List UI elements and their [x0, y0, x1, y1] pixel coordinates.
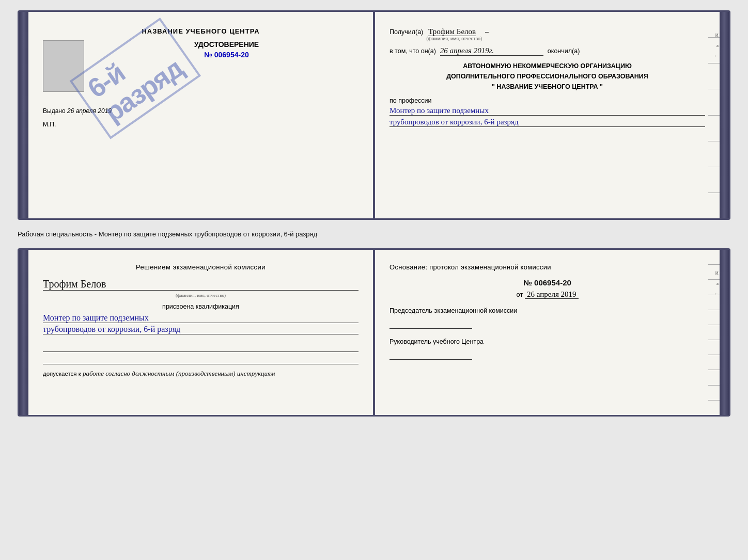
right-spine	[720, 12, 729, 218]
bottom-line-1	[43, 342, 359, 352]
cert1-right-page: Получил(а) Трофим Белов (фамилия, имя, о…	[375, 12, 720, 218]
completion-date: 26 апреля 2019г.	[440, 46, 543, 56]
cert2-osnov: Основание: протокол экзаменационной коми…	[389, 263, 705, 271]
cert1-number: № 006954-20	[95, 51, 359, 59]
right-vertical-labels: И а ←	[714, 33, 719, 58]
rvl-and: И	[714, 33, 719, 38]
cert2-left-page: Решением экзаменационной комиссии Трофим…	[28, 250, 375, 415]
okonchil-label: окончил(а)	[548, 47, 580, 55]
cert2-date-value: 26 апреля 2019	[525, 290, 579, 299]
cert1-center: УДОСТОВЕРЕНИЕ № 006954-20	[43, 40, 359, 92]
cert1-left-main: УДОСТОВЕРЕНИЕ № 006954-20	[95, 40, 359, 59]
issued-date: 26 апреля 2019	[67, 107, 112, 115]
cert2-date-line: от 26 апреля 2019	[389, 290, 705, 299]
bottom-text-content: Рабочая специальность - Монтер по защите…	[18, 230, 317, 238]
cert2-dopusk: допускается к работе согласно должностны…	[43, 370, 359, 378]
bottom-text: Рабочая специальность - Монтер по защите…	[18, 228, 730, 240]
cert2-rvl-and: И	[714, 270, 719, 276]
photo-placeholder	[43, 40, 84, 92]
cert2-present: присвоена квалификация	[43, 303, 359, 310]
vtom-line: в том, что он(а) 26 апреля 2019г. окончи…	[389, 46, 705, 56]
dopusk-text: работе согласно должностным (производств…	[83, 370, 275, 377]
certificate-1: НАЗВАНИЕ УЧЕБНОГО ЦЕНТРА 6-йразряд УДОСТ…	[18, 10, 730, 220]
cert1-left-page: НАЗВАНИЕ УЧЕБНОГО ЦЕНТРА 6-йразряд УДОСТ…	[28, 12, 375, 218]
issued-label: Выдано	[43, 107, 66, 115]
udost-label: УДОСТОВЕРЕНИЕ	[95, 40, 359, 49]
predsedatel-sign-line	[389, 318, 472, 329]
cert2-left-spine	[19, 250, 28, 415]
profession-line1: Монтер по защите подземных	[389, 106, 705, 116]
rukov-sign-line	[389, 349, 472, 360]
po-professii-label: по профессии	[389, 97, 705, 104]
rvl-arrow: ←	[714, 53, 719, 58]
cert2-name-subtext: (фамилия, имя, отчество)	[43, 293, 359, 298]
profession-line2: трубопроводов от коррозии, 6-й разряд	[389, 118, 705, 127]
cert2-name-area: Трофим Белов (фамилия, имя, отчество)	[43, 278, 359, 298]
cert2-name: Трофим Белов	[43, 278, 359, 291]
org-line3: " НАЗВАНИЕ УЧЕБНОГО ЦЕНТРА "	[389, 82, 705, 92]
cert1-school-title: НАЗВАНИЕ УЧЕБНОГО ЦЕНТРА	[43, 27, 359, 35]
org-section: АВТОНОМНУЮ НЕКОММЕРЧЕСКУЮ ОРГАНИЗАЦИЮ ДО…	[389, 61, 705, 92]
cert2-right-vertical-labels: И а ←	[714, 270, 719, 296]
cert1-right-content: Получил(а) Трофим Белов (фамилия, имя, о…	[389, 27, 705, 127]
cert2-header: Решением экзаменационной комиссии	[43, 263, 359, 271]
cert1-title-area: НАЗВАНИЕ УЧЕБНОГО ЦЕНТРА	[43, 27, 359, 35]
cert2-right-page: Основание: протокол экзаменационной коми…	[375, 250, 720, 415]
cert1-issued: Выдано 26 апреля 2019	[43, 107, 359, 115]
org-line1: АВТОНОМНУЮ НЕКОММЕРЧЕСКУЮ ОРГАНИЗАЦИЮ	[389, 61, 705, 71]
recipient-name: Трофим Белов	[428, 27, 476, 36]
bottom-line-2	[43, 354, 359, 364]
cert2-date-label: от	[516, 291, 523, 298]
cert2-right-spine	[720, 250, 729, 415]
rvl-a: а	[714, 43, 719, 48]
cert2-rukov-label: Руководитель учебного Центра	[389, 338, 705, 345]
cert2-rvl-a: а	[714, 281, 719, 286]
poluchil-label: Получил(а)	[389, 28, 423, 36]
cert2-bottom-lines	[43, 342, 359, 364]
cert2-predsedatel-label: Председатель экзаменационной комиссии	[389, 307, 705, 314]
cert2-qual-line2: трубопроводов от коррозии, 6-й разряд	[43, 325, 359, 334]
dash1: –	[485, 28, 489, 36]
cert2-qual-line1: Монтер по защите подземных	[43, 313, 359, 323]
cert2-qual-area: Монтер по защите подземных трубопроводов…	[43, 313, 359, 334]
left-spine	[19, 12, 28, 218]
cert2-number: № 006954-20	[389, 278, 705, 287]
vtom-label: в том, что он(а)	[389, 47, 436, 55]
cert1-mp: М.П.	[43, 121, 359, 128]
certificate-2: Решением экзаменационной комиссии Трофим…	[18, 248, 730, 417]
org-line2: ДОПОЛНИТЕЛЬНОГО ПРОФЕССИОНАЛЬНОГО ОБРАЗО…	[389, 71, 705, 82]
name-subtext: (фамилия, имя, отчество)	[426, 36, 482, 41]
dopusk-label: допускается к	[43, 371, 81, 377]
cert2-rvl-arrow: ←	[714, 291, 719, 296]
poluchil-line: Получил(а) Трофим Белов (фамилия, имя, о…	[389, 27, 705, 41]
